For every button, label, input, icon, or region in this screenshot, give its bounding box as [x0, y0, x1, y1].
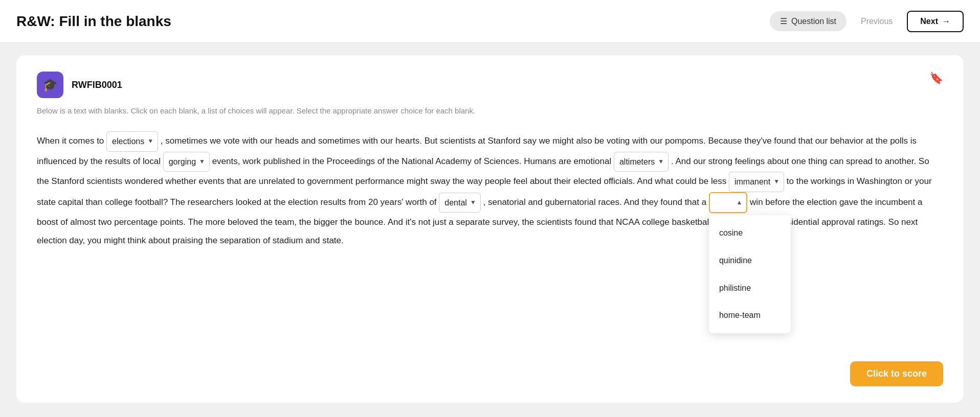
blank5-arrow: ▼ — [470, 196, 476, 209]
score-button[interactable]: Click to score — [850, 361, 943, 386]
page-title: R&W: Fill in the blanks — [16, 13, 171, 30]
question-card: 🎓 RWFIB0001 🔖 Below is a text with blank… — [16, 55, 964, 403]
card-icon: 🎓 — [37, 72, 63, 98]
blank6-dropdown: ▲ cosine quinidine philistine home-team — [709, 192, 747, 214]
blank5-dropdown: dental ▼ — [439, 193, 480, 213]
passage-text-3: events, work published in the Proceeding… — [212, 156, 614, 166]
blank6-select[interactable]: ▲ — [709, 192, 747, 214]
option-cosine[interactable]: cosine — [709, 219, 791, 247]
option-philistine[interactable]: philistine — [709, 274, 791, 302]
blank5-select[interactable]: dental ▼ — [439, 193, 480, 213]
main-content: 🎓 RWFIB0001 🔖 Below is a text with blank… — [0, 43, 980, 417]
card-header: 🎓 RWFIB0001 — [37, 72, 943, 98]
blank4-dropdown: immanent ▼ — [729, 172, 784, 192]
option-home-team[interactable]: home-team — [709, 302, 791, 329]
blank6-arrow: ▲ — [736, 196, 742, 209]
blank3-dropdown: altimeters ▼ — [614, 152, 669, 172]
blank3-value: altimeters — [619, 153, 655, 171]
list-icon: ☰ — [780, 16, 787, 26]
blank2-dropdown: gorging ▼ — [163, 152, 210, 172]
header-actions: ☰ Question list Previous Next → — [770, 11, 964, 32]
card-description: Below is a text with blanks. Click on ea… — [37, 106, 943, 115]
blank1-value: elections — [112, 133, 144, 150]
passage: When it comes to elections ▼ , sometimes… — [37, 131, 943, 250]
blank1-arrow: ▼ — [147, 135, 153, 148]
blank1-dropdown: elections ▼ — [106, 131, 158, 152]
blank4-value: immanent — [734, 173, 770, 191]
passage-text-1: When it comes to — [37, 136, 106, 146]
header: R&W: Fill in the blanks ☰ Question list … — [0, 0, 980, 43]
blank3-select[interactable]: altimeters ▼ — [614, 152, 669, 172]
blank5-value: dental — [444, 194, 467, 212]
arrow-right-icon: → — [942, 17, 950, 26]
question-list-button[interactable]: ☰ Question list — [770, 11, 847, 31]
bookmark-icon[interactable]: 🔖 — [929, 72, 943, 85]
blank1-select[interactable]: elections ▼ — [106, 131, 158, 152]
blank4-arrow: ▼ — [773, 175, 779, 188]
next-button[interactable]: Next → — [907, 11, 964, 32]
card-id: RWFIB0001 — [72, 80, 122, 90]
blank3-arrow: ▼ — [658, 155, 664, 168]
blank6-dropdown-menu: cosine quinidine philistine home-team — [709, 215, 791, 333]
previous-button[interactable]: Previous — [853, 12, 901, 31]
blank2-select[interactable]: gorging ▼ — [163, 152, 210, 172]
passage-text-6: , senatorial and gubernatorial races. An… — [483, 197, 709, 207]
option-quinidine[interactable]: quinidine — [709, 247, 791, 274]
blank2-arrow: ▼ — [199, 155, 205, 168]
blank4-select[interactable]: immanent ▼ — [729, 172, 784, 192]
blank6-value — [715, 194, 733, 212]
blank2-value: gorging — [169, 153, 196, 171]
